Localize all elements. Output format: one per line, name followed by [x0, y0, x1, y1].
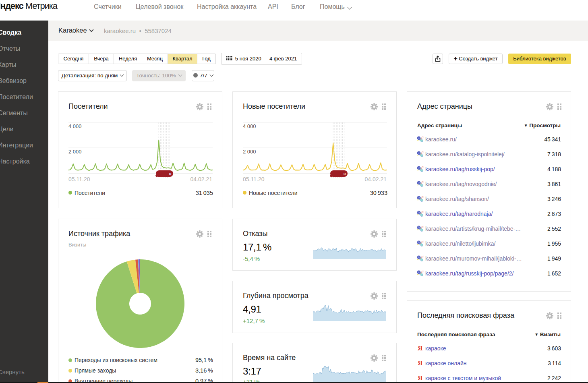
- svg-text:н: н: [169, 172, 171, 176]
- svg-text:н: н: [344, 172, 346, 176]
